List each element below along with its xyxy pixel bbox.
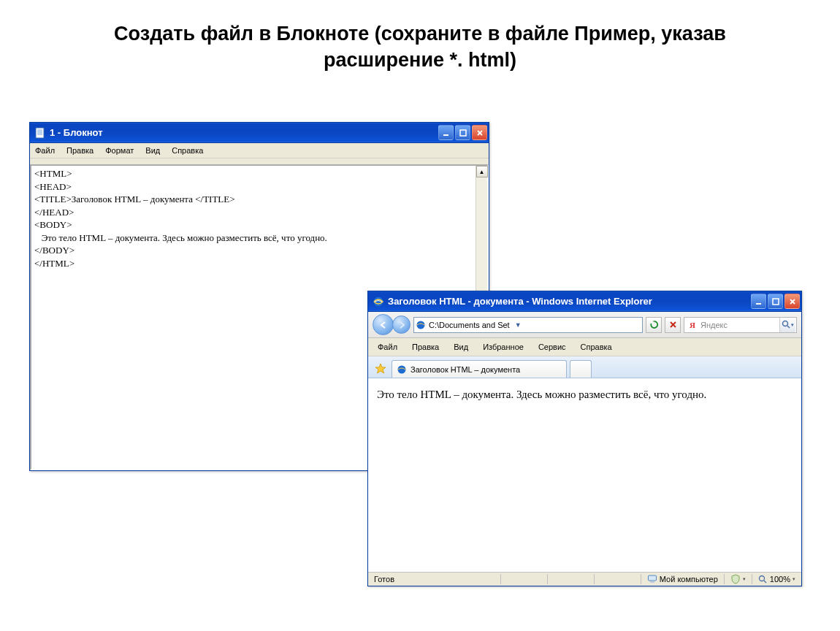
address-text: C:\Documents and Set [429, 321, 510, 329]
menu-tools[interactable]: Сервис [536, 341, 568, 353]
search-button[interactable]: ▾ [779, 318, 795, 332]
refresh-button[interactable] [646, 317, 662, 333]
favorites-star-icon[interactable] [373, 363, 389, 378]
ie-window: Заголовок HTML - документа - Windows Int… [367, 291, 802, 586]
stop-button[interactable] [665, 317, 681, 333]
search-hint: Яндекс [700, 321, 728, 329]
scroll-up-icon[interactable]: ▲ [476, 166, 488, 177]
maximize-button[interactable] [455, 125, 470, 140]
svg-point-14 [417, 321, 425, 329]
ie-tab-bar: Заголовок HTML – документа [368, 356, 801, 378]
address-dropdown-icon[interactable]: ▼ [513, 318, 524, 332]
ie-menubar: Файл Правка Вид Избранное Сервис Справка [368, 338, 801, 356]
back-button[interactable] [373, 314, 394, 335]
ie-page-body: Это тело HTML – документа. Здесь можно р… [368, 378, 801, 572]
address-bar[interactable]: C:\Documents and Set ▼ [413, 317, 643, 333]
ie-nav-toolbar: C:\Documents and Set ▼ Я Яндекс ▾ [368, 312, 801, 338]
notepad-titlebar[interactable]: 1 - Блокнот [30, 123, 489, 143]
menu-favorites[interactable]: Избранное [481, 341, 526, 353]
new-tab-button[interactable] [570, 360, 592, 378]
status-pane [551, 573, 591, 586]
menu-edit[interactable]: Правка [64, 145, 96, 156]
menu-view[interactable]: Вид [451, 341, 470, 353]
ie-titlebar[interactable]: Заголовок HTML - документа - Windows Int… [368, 291, 801, 312]
menu-help[interactable]: Справка [579, 341, 614, 353]
maximize-button[interactable] [768, 294, 783, 309]
notepad-menubar: Файл Правка Формат Вид Справка [30, 143, 489, 158]
minimize-button[interactable] [438, 125, 454, 140]
tab-label: Заголовок HTML – документа [411, 365, 520, 374]
notepad-icon [34, 127, 46, 139]
yandex-icon: Я [687, 320, 698, 330]
svg-rect-6 [460, 130, 466, 136]
ie-icon [373, 296, 384, 307]
svg-rect-10 [756, 303, 761, 305]
page-body-text: Это тело HTML – документа. Здесь можно р… [377, 389, 706, 400]
status-zone: Мой компьютер [644, 573, 721, 586]
close-button[interactable] [784, 294, 800, 309]
forward-button[interactable] [392, 316, 411, 334]
svg-line-23 [764, 581, 766, 583]
svg-line-18 [787, 326, 790, 328]
svg-point-22 [759, 575, 764, 581]
zoom-control[interactable]: 100% ▾ [755, 573, 798, 586]
menu-format[interactable]: Формат [103, 145, 136, 156]
svg-rect-11 [773, 299, 779, 305]
svg-rect-20 [648, 575, 656, 581]
menu-edit[interactable]: Правка [410, 341, 441, 353]
close-button[interactable] [472, 125, 487, 140]
menu-view[interactable]: Вид [143, 145, 162, 156]
status-pane [597, 573, 638, 586]
svg-point-17 [783, 321, 788, 326]
ie-statusbar: Готов Мой компьютер ▾ 100% ▾ [368, 572, 801, 586]
svg-rect-21 [650, 581, 654, 583]
status-ready: Готов [371, 573, 397, 586]
active-tab[interactable]: Заголовок HTML – документа [392, 360, 567, 378]
minimize-button[interactable] [751, 294, 766, 309]
zoom-value: 100% [770, 575, 790, 584]
page-title-line2: расширение *. html) [324, 49, 516, 71]
svg-rect-5 [443, 134, 448, 136]
page-title-line1: Создать файл в Блокноте (сохраните в фай… [114, 23, 726, 45]
menu-file[interactable]: Файл [33, 145, 57, 156]
menu-file[interactable]: Файл [375, 341, 400, 353]
status-zone-text: Мой компьютер [660, 575, 718, 584]
page-title: Создать файл в Блокноте (сохраните в фай… [0, 0, 840, 74]
svg-point-19 [398, 365, 406, 373]
menu-help[interactable]: Справка [169, 145, 205, 156]
status-pane [504, 573, 544, 586]
protected-mode-icon[interactable]: ▾ [728, 573, 749, 586]
search-box[interactable]: Я Яндекс ▾ [684, 317, 797, 333]
notepad-title: 1 - Блокнот [50, 127, 438, 138]
computer-icon [647, 574, 657, 584]
ie-page-icon [416, 320, 426, 330]
ie-title: Заголовок HTML - документа - Windows Int… [388, 296, 751, 307]
tab-favicon-icon [397, 364, 407, 375]
